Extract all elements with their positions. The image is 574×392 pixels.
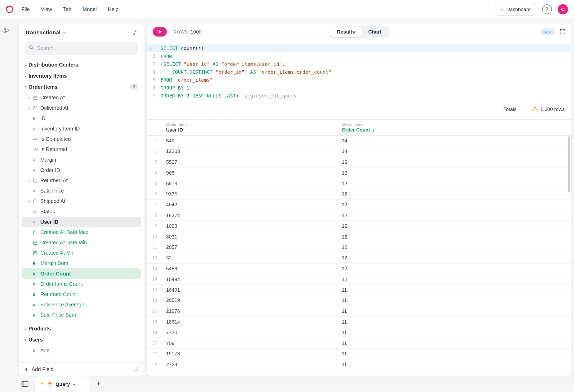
- cell-user-id[interactable]: 968: [162, 170, 337, 175]
- cell-user-id[interactable]: 549: [162, 138, 337, 144]
- cell-user-id[interactable]: 8031: [162, 234, 337, 239]
- sql-line[interactable]: 4 COUNT(DISTINCT "order_id") AS "order_i…: [147, 68, 572, 76]
- cell-order-count[interactable]: 12: [337, 274, 571, 284]
- table-scrollbar[interactable]: [568, 136, 570, 192]
- cell-order-count[interactable]: 11: [337, 349, 571, 359]
- field-item-is-completed[interactable]: Is Completed: [22, 134, 141, 144]
- tab-chevron-icon[interactable]: ⌄: [81, 382, 84, 386]
- field-item-created-at-date-max[interactable]: Created At Date Max: [22, 227, 141, 237]
- field-group-inventory-items[interactable]: ▸Inventory Items: [22, 70, 141, 81]
- field-item-margin-sum[interactable]: #Margin Sum: [22, 258, 141, 268]
- field-item-order-items-count[interactable]: #Order Items Count: [22, 279, 141, 289]
- query-tab[interactable]: Query ● ⌄: [34, 376, 89, 392]
- totals-dropdown[interactable]: Totals ⌄: [503, 106, 522, 112]
- row-count-warning[interactable]: 1,000 rows: [532, 106, 565, 113]
- model-branch-icon[interactable]: [3, 27, 10, 392]
- sql-line[interactable]: 7ORDER BY 2 DESC NULLS LAST) my_greyed_o…: [147, 92, 572, 100]
- sql-editor[interactable]: 1⌄SELECT count(*)2FROM3(SELECT "user_id"…: [147, 44, 572, 100]
- cell-order-count[interactable]: 11: [337, 359, 571, 370]
- cell-order-count[interactable]: 12: [337, 210, 571, 221]
- caret-right-icon[interactable]: ▸: [26, 199, 33, 203]
- field-item-id[interactable]: #ID: [22, 113, 141, 123]
- caret-right-icon[interactable]: ▸: [23, 63, 29, 67]
- field-item-age[interactable]: #Age: [22, 345, 141, 353]
- field-item-order-count[interactable]: #Order Count: [22, 268, 141, 279]
- cell-order-count[interactable]: 12: [337, 199, 571, 210]
- sql-line[interactable]: 2FROM: [147, 52, 572, 60]
- field-group-products[interactable]: ▸Products: [22, 323, 141, 334]
- cell-user-id[interactable]: 2728: [162, 362, 337, 367]
- cell-order-count[interactable]: 12: [337, 253, 571, 263]
- menu-tab[interactable]: Tab: [63, 6, 72, 12]
- field-item-user-id[interactable]: #User ID: [22, 217, 141, 227]
- field-item-returned-count[interactable]: #Returned Count: [22, 289, 141, 299]
- menu-view[interactable]: View: [41, 6, 52, 12]
- sql-line[interactable]: 1⌄SELECT count(*): [147, 44, 572, 52]
- caret-right-icon[interactable]: ▸: [26, 96, 33, 100]
- avatar[interactable]: C: [558, 4, 568, 14]
- field-item-returned-at[interactable]: ▸Returned At: [22, 175, 141, 185]
- sidebar-toggle-button[interactable]: [21, 381, 29, 387]
- cell-user-id[interactable]: 19173: [162, 351, 337, 357]
- cell-order-count[interactable]: 11: [337, 306, 571, 316]
- caret-right-icon[interactable]: ▸: [26, 106, 33, 110]
- sql-line[interactable]: 5FROM "order_items": [147, 76, 572, 84]
- field-item-created-at-min[interactable]: Created At Min: [22, 248, 141, 258]
- cell-user-id[interactable]: 4942: [162, 202, 337, 207]
- field-item-sale-price-average[interactable]: #Sale Price Average: [22, 300, 141, 310]
- sql-mode-badge[interactable]: SQL: [541, 29, 554, 35]
- resize-handle[interactable]: [133, 366, 138, 371]
- run-query-button[interactable]: [153, 27, 167, 36]
- cell-order-count[interactable]: 13: [337, 168, 571, 178]
- cell-user-id[interactable]: 5537: [162, 159, 337, 165]
- cell-user-id[interactable]: 9135: [162, 191, 337, 197]
- field-item-is-returned[interactable]: Is Returned: [22, 144, 141, 155]
- cell-user-id[interactable]: 5486: [162, 266, 337, 271]
- sql-line[interactable]: 6GROUP BY 1: [147, 84, 572, 92]
- new-dashboard-button[interactable]: + Dashboard: [495, 3, 536, 16]
- cell-order-count[interactable]: 12: [337, 178, 571, 189]
- cell-order-count[interactable]: 12: [337, 242, 571, 253]
- cell-user-id[interactable]: 5873: [162, 181, 337, 186]
- menu-model[interactable]: Model: [82, 6, 96, 12]
- cell-user-id[interactable]: 32: [162, 255, 337, 261]
- cell-order-count[interactable]: 12: [337, 263, 571, 274]
- field-item-margin[interactable]: #Margin: [22, 155, 141, 165]
- caret-down-icon[interactable]: ▾: [23, 338, 29, 342]
- help-button[interactable]: ?: [542, 4, 552, 14]
- cell-order-count[interactable]: 11: [337, 317, 571, 327]
- new-tab-button[interactable]: +: [97, 380, 101, 388]
- column-header-user-id[interactable]: Order Items User ID: [162, 120, 337, 135]
- cell-user-id[interactable]: 12203: [162, 149, 337, 154]
- tab-chart[interactable]: Chart: [362, 27, 388, 37]
- field-item-sale-price-sum[interactable]: #Sale Price Sum: [22, 310, 141, 320]
- sort-desc-icon[interactable]: ↓: [372, 127, 374, 133]
- cell-user-id[interactable]: 18614: [162, 319, 337, 325]
- field-item-shipped-at[interactable]: ▸Shipped At: [22, 196, 141, 206]
- search-input[interactable]: [37, 45, 134, 51]
- caret-down-icon[interactable]: ▾: [63, 30, 65, 34]
- caret-right-icon[interactable]: ▸: [23, 74, 29, 78]
- row-limit[interactable]: ROWS 1000: [173, 29, 201, 35]
- field-item-inventory-item-id[interactable]: #Inventory Item ID: [22, 123, 141, 134]
- field-group-users[interactable]: ▾Users: [22, 334, 141, 345]
- cell-order-count[interactable]: 12: [337, 221, 571, 231]
- cell-order-count[interactable]: 13: [337, 157, 571, 167]
- model-selector[interactable]: Transactional: [25, 29, 61, 36]
- tab-results[interactable]: Results: [330, 27, 362, 37]
- cell-user-id[interactable]: 16274: [162, 213, 337, 218]
- caret-down-icon[interactable]: ▾: [23, 85, 29, 89]
- menu-file[interactable]: File: [21, 6, 30, 12]
- caret-right-icon[interactable]: ▸: [23, 326, 29, 330]
- cell-order-count[interactable]: 14: [337, 136, 571, 146]
- add-field-button[interactable]: Add Field: [31, 366, 53, 372]
- cell-order-count[interactable]: 11: [337, 327, 571, 338]
- caret-right-icon[interactable]: ▸: [26, 178, 33, 182]
- cell-order-count[interactable]: 11: [337, 295, 571, 306]
- cell-order-count[interactable]: 12: [337, 231, 571, 242]
- collapse-sidebar-button[interactable]: [132, 29, 138, 35]
- cell-user-id[interactable]: 16491: [162, 287, 337, 293]
- field-item-order-id[interactable]: #Order ID: [22, 165, 141, 175]
- cell-user-id[interactable]: 21976: [162, 308, 337, 314]
- cell-order-count[interactable]: 12: [337, 189, 571, 199]
